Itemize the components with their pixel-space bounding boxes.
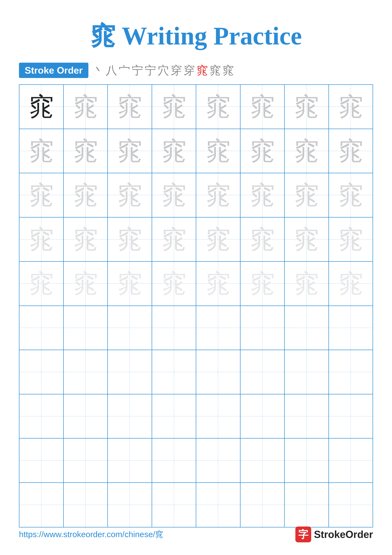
grid-cell[interactable]: 窕: [152, 262, 196, 306]
grid-cell[interactable]: [64, 350, 108, 394]
grid-cell[interactable]: [64, 483, 108, 527]
grid-cell[interactable]: [329, 394, 373, 439]
grid-cell[interactable]: [64, 394, 108, 439]
grid-cell[interactable]: [329, 438, 373, 483]
grid-cell[interactable]: [152, 483, 196, 527]
grid-cell[interactable]: [196, 483, 241, 527]
grid-cell[interactable]: 窕: [241, 173, 285, 218]
stroke-1: 丶: [93, 63, 104, 78]
grid-cell[interactable]: 窕: [241, 85, 285, 129]
grid-cell[interactable]: [285, 350, 329, 394]
grid-cell[interactable]: 窕: [285, 85, 329, 129]
grid-cell[interactable]: [285, 483, 329, 527]
grid-cell[interactable]: 窕: [152, 85, 196, 129]
grid-cell[interactable]: [20, 306, 64, 350]
grid-cell[interactable]: 窕: [108, 173, 152, 218]
grid-cell[interactable]: 窕: [64, 262, 108, 306]
grid-cell[interactable]: [241, 438, 285, 483]
grid-cell[interactable]: 窕: [108, 85, 152, 129]
grid-cell[interactable]: 窕: [285, 173, 329, 218]
grid-cell[interactable]: [152, 350, 196, 394]
grid-cell[interactable]: 窕: [196, 218, 241, 262]
grid-cell[interactable]: [108, 394, 152, 439]
cell-character: 窕: [117, 227, 142, 252]
cell-character: 窕: [338, 271, 363, 296]
grid-cell[interactable]: [241, 350, 285, 394]
grid-cell[interactable]: [20, 350, 64, 394]
grid-cell[interactable]: 窕: [329, 173, 373, 218]
grid-cell[interactable]: [285, 394, 329, 439]
title-label: Writing Practice: [122, 22, 302, 50]
grid-cell[interactable]: 窕: [196, 85, 241, 129]
grid-cell[interactable]: 窕: [20, 218, 64, 262]
grid-cell[interactable]: [196, 306, 241, 350]
grid-cell[interactable]: [241, 394, 285, 439]
cell-character: 窕: [117, 138, 142, 164]
stroke-8: 穿: [184, 63, 195, 78]
grid-cell[interactable]: 窕: [20, 85, 64, 129]
grid-cell[interactable]: 窕: [108, 262, 152, 306]
grid-cell[interactable]: 窕: [20, 262, 64, 306]
grid-cell[interactable]: 窕: [241, 129, 285, 173]
grid-cell[interactable]: [108, 350, 152, 394]
grid-cell[interactable]: 窕: [64, 218, 108, 262]
cell-character: 窕: [294, 227, 319, 252]
grid-cell[interactable]: [196, 438, 241, 483]
grid-cell[interactable]: [152, 306, 196, 350]
grid-cell[interactable]: [20, 483, 64, 527]
grid-cell[interactable]: 窕: [152, 173, 196, 218]
grid-cell[interactable]: [285, 438, 329, 483]
grid-cell[interactable]: 窕: [20, 173, 64, 218]
grid-cell[interactable]: 窕: [152, 218, 196, 262]
grid-cell[interactable]: [329, 483, 373, 527]
grid-cell[interactable]: [196, 350, 241, 394]
grid-cell[interactable]: 窕: [64, 173, 108, 218]
grid-cell[interactable]: 窕: [196, 129, 241, 173]
grid-cell[interactable]: [196, 394, 241, 439]
grid-cell[interactable]: 窕: [64, 129, 108, 173]
grid-cell[interactable]: [20, 394, 64, 439]
grid-row: [20, 306, 372, 350]
grid-cell[interactable]: [108, 438, 152, 483]
grid-cell[interactable]: [152, 394, 196, 439]
grid-cell[interactable]: 窕: [152, 129, 196, 173]
cell-character: 窕: [29, 271, 54, 296]
stroke-order-badge: Stroke Order: [19, 63, 88, 78]
grid-cell[interactable]: [64, 438, 108, 483]
grid-cell[interactable]: 窕: [285, 218, 329, 262]
cell-character: 窕: [250, 271, 275, 296]
grid-cell[interactable]: 窕: [329, 262, 373, 306]
grid-cell[interactable]: 窕: [241, 218, 285, 262]
grid-cell[interactable]: 窕: [20, 129, 64, 173]
grid-cell[interactable]: 窕: [329, 129, 373, 173]
grid-cell[interactable]: [241, 483, 285, 527]
grid-cell[interactable]: 窕: [285, 129, 329, 173]
grid-cell[interactable]: 窕: [108, 218, 152, 262]
grid-cell[interactable]: [285, 306, 329, 350]
grid-cell[interactable]: 窕: [285, 262, 329, 306]
grid-cell[interactable]: [152, 438, 196, 483]
grid-cell[interactable]: 窕: [196, 262, 241, 306]
grid-cell[interactable]: [329, 306, 373, 350]
grid-cell[interactable]: [241, 306, 285, 350]
grid-cell[interactable]: [329, 350, 373, 394]
grid-cell[interactable]: 窕: [64, 85, 108, 129]
grid-cell[interactable]: [20, 438, 64, 483]
grid-cell[interactable]: 窕: [329, 85, 373, 129]
grid-cell[interactable]: [108, 306, 152, 350]
grid-row: [20, 394, 372, 439]
cell-character: 窕: [73, 271, 98, 296]
grid-cell[interactable]: 窕: [196, 173, 241, 218]
grid-cell[interactable]: 窕: [241, 262, 285, 306]
cell-character: 窕: [29, 138, 54, 164]
cell-character: 窕: [117, 271, 142, 296]
practice-grid[interactable]: 窕窕窕窕窕窕窕窕窕窕窕窕窕窕窕窕窕窕窕窕窕窕窕窕窕窕窕窕窕窕窕窕窕窕窕窕窕窕窕窕: [19, 84, 373, 527]
footer-logo: 字 StrokeOrder: [295, 526, 373, 542]
title-area: 窕 Writing Practice: [0, 0, 392, 63]
grid-cell[interactable]: [64, 306, 108, 350]
grid-cell[interactable]: 窕: [108, 129, 152, 173]
cell-character: 窕: [205, 183, 231, 208]
grid-cell[interactable]: 窕: [329, 218, 373, 262]
page-title: 窕 Writing Practice: [90, 22, 302, 50]
grid-cell[interactable]: [108, 483, 152, 527]
